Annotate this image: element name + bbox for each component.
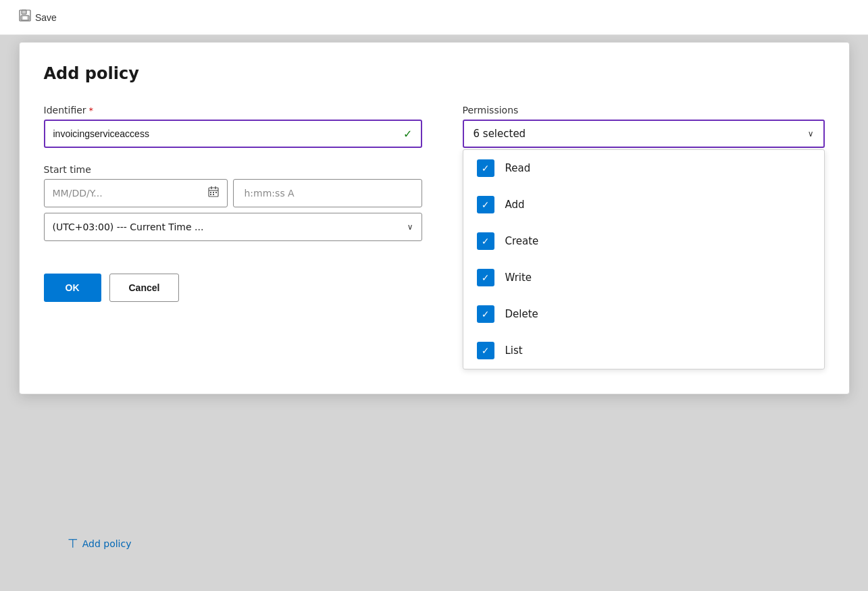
- svg-rect-10: [215, 192, 217, 193]
- permission-item-add[interactable]: Add: [463, 186, 824, 223]
- time-input[interactable]: h:mm:ss A: [233, 179, 422, 207]
- calendar-icon: [208, 186, 219, 200]
- permission-item-delete[interactable]: Delete: [463, 296, 824, 332]
- dialog-title: Add policy: [44, 64, 825, 83]
- permissions-label: Permissions: [463, 105, 825, 115]
- permission-list-checkbox[interactable]: [477, 342, 494, 359]
- identifier-input[interactable]: [53, 128, 404, 139]
- start-time-label: Start time: [44, 164, 422, 175]
- timezone-value: (UTC+03:00) --- Current Time ...: [53, 222, 204, 232]
- permission-add-checkbox[interactable]: [477, 196, 494, 213]
- date-input[interactable]: MM/DD/Y...: [44, 179, 228, 207]
- modal-overlay: Add policy Identifier * ✓ Start time MM/…: [0, 35, 868, 591]
- permission-delete-checkbox[interactable]: [477, 305, 494, 323]
- identifier-valid-icon: ✓: [403, 128, 412, 140]
- add-policy-dialog: Add policy Identifier * ✓ Start time MM/…: [19, 42, 850, 394]
- svg-rect-12: [213, 194, 214, 195]
- permission-delete-label: Delete: [505, 308, 538, 320]
- left-column: Identifier * ✓ Start time MM/DD/Y...: [44, 105, 422, 302]
- permission-add-label: Add: [505, 199, 525, 211]
- button-row: OK Cancel: [44, 274, 422, 302]
- timezone-select[interactable]: (UTC+03:00) --- Current Time ... ∨: [44, 213, 422, 241]
- svg-rect-8: [210, 192, 211, 193]
- permissions-chevron-icon: ∨: [808, 129, 814, 138]
- permissions-summary: 6 selected: [474, 128, 526, 140]
- toolbar: Save: [0, 0, 868, 35]
- permission-read-checkbox[interactable]: [477, 159, 494, 177]
- datetime-row: MM/DD/Y...: [44, 179, 422, 207]
- save-icon: [19, 9, 31, 25]
- svg-rect-9: [213, 192, 214, 193]
- permissions-dropdown: Read Add Create Write: [463, 149, 825, 369]
- svg-rect-1: [22, 10, 26, 14]
- permission-write-checkbox[interactable]: [477, 269, 494, 286]
- right-column: Permissions 6 selected ∨ Read Add: [463, 105, 825, 369]
- permission-create-label: Create: [505, 235, 539, 247]
- permission-item-list[interactable]: List: [463, 332, 824, 369]
- time-placeholder: h:mm:ss A: [245, 188, 295, 199]
- permission-create-checkbox[interactable]: [477, 232, 494, 250]
- dialog-body: Identifier * ✓ Start time MM/DD/Y...: [44, 105, 825, 369]
- permission-read-label: Read: [505, 162, 531, 174]
- save-button[interactable]: Save: [14, 7, 62, 28]
- identifier-label: Identifier *: [44, 105, 422, 115]
- permission-item-create[interactable]: Create: [463, 223, 824, 259]
- cancel-button[interactable]: Cancel: [109, 274, 180, 302]
- svg-rect-3: [23, 16, 27, 20]
- timezone-chevron-icon: ∨: [407, 222, 413, 232]
- permission-item-write[interactable]: Write: [463, 259, 824, 296]
- permission-write-label: Write: [505, 272, 532, 284]
- date-placeholder: MM/DD/Y...: [53, 188, 103, 199]
- permission-item-read[interactable]: Read: [463, 150, 824, 186]
- permission-list-label: List: [505, 344, 523, 357]
- save-label: Save: [35, 12, 57, 23]
- svg-rect-11: [210, 194, 211, 195]
- identifier-input-wrapper[interactable]: ✓: [44, 120, 422, 148]
- permissions-select[interactable]: 6 selected ∨: [463, 120, 825, 148]
- required-star: *: [89, 105, 94, 115]
- ok-button[interactable]: OK: [44, 274, 101, 302]
